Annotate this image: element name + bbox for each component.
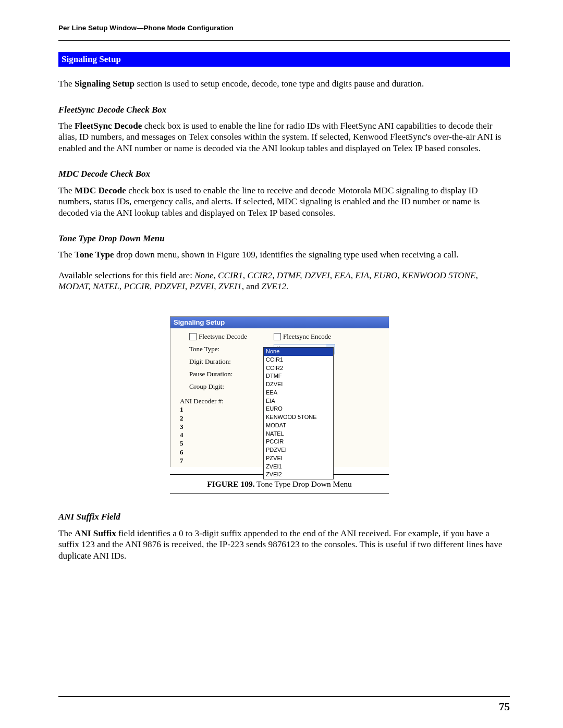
text-italic: ZVE12.: [261, 281, 288, 291]
label: Fleetsync Encode: [283, 332, 331, 341]
text-bold: MDC Decode: [75, 186, 126, 195]
group-digit-label: Group Digit:: [189, 382, 224, 391]
caption-rule-bottom: [170, 493, 389, 493]
tone-type-dropdown-list[interactable]: NoneCCIR1CCIR2DTMFDZVEIEEAEIAEUROKENWOOD…: [263, 347, 334, 479]
dropdown-option[interactable]: None: [264, 348, 333, 356]
ani-row-number: 7: [180, 456, 263, 465]
subhead-fleetsync-decode: FleetSync Decode Check Box: [58, 104, 510, 115]
text-bold: FleetSync Decode: [75, 121, 142, 131]
text-bold: Tone Type: [75, 250, 114, 260]
figure-109: Signaling Setup Fleetsync Decode Tone Ty…: [170, 316, 389, 493]
dropdown-option[interactable]: DTMF: [264, 372, 333, 380]
ani-decoder-header: ANI Decoder #:: [180, 397, 263, 405]
digit-duration-label: Digit Duration:: [189, 357, 231, 366]
signaling-setup-panel: Signaling Setup Fleetsync Decode Tone Ty…: [170, 316, 389, 467]
text: section is used to setup encode, decode,…: [134, 79, 424, 89]
ani-row-number: 2: [180, 414, 263, 423]
text: The: [58, 79, 75, 89]
text: The: [58, 250, 75, 260]
header-rule: [58, 40, 510, 41]
subhead-mdc-decode: MDC Decode Check Box: [58, 168, 510, 179]
subhead-tone-type: Tone Type Drop Down Menu: [58, 233, 510, 244]
figure-number: FIGURE 109.: [207, 479, 254, 488]
ani-row-number: 5: [180, 439, 263, 448]
dropdown-option[interactable]: PZVEI: [264, 454, 333, 463]
text: Available selections for this field are:: [58, 270, 194, 280]
ani-row-number: 4: [180, 431, 263, 439]
text: The: [58, 121, 75, 131]
fleetsync-decode-paragraph: The FleetSync Decode check box is used t…: [58, 120, 510, 154]
text: field identifies a 0 to 3-digit suffix a…: [58, 528, 503, 561]
dropdown-option[interactable]: PDZVEI: [264, 446, 333, 454]
dropdown-option[interactable]: MODAT: [264, 422, 333, 430]
checkbox-icon: [189, 333, 197, 340]
tone-type-paragraph-2: Available selections for this field are:…: [58, 270, 510, 292]
dropdown-option[interactable]: ZVEI2: [264, 471, 333, 479]
dropdown-option[interactable]: PCCIR: [264, 438, 333, 446]
ani-row-number: 1: [180, 405, 263, 414]
dropdown-option[interactable]: EURO: [264, 405, 333, 413]
subhead-ani-suffix: ANI Suffix Field: [58, 511, 510, 522]
dropdown-option[interactable]: CCIR1: [264, 356, 333, 364]
ani-row-number: 6: [180, 448, 263, 456]
intro-paragraph: The Signaling Setup section is used to s…: [58, 78, 510, 90]
label: Fleetsync Decode: [199, 332, 247, 341]
dropdown-option[interactable]: EIA: [264, 397, 333, 405]
figure-caption-text: Tone Type Drop Down Menu: [255, 479, 352, 488]
dropdown-option[interactable]: KENWOOD 5TONE: [264, 413, 333, 422]
ani-suffix-paragraph: The ANI Suffix field identifies a 0 to 3…: [58, 528, 510, 562]
panel-title: Signaling Setup: [170, 317, 389, 328]
fleetsync-decode-checkbox[interactable]: Fleetsync Decode: [189, 331, 262, 342]
text-bold: ANI Suffix: [75, 528, 116, 538]
text: drop down menu, shown in Figure 109, ide…: [114, 250, 459, 260]
ani-row-number: 3: [180, 423, 263, 431]
figure-caption: FIGURE 109. Tone Type Drop Down Menu: [170, 479, 389, 489]
tone-type-label: Tone Type:: [189, 345, 219, 353]
page-footer: 75: [58, 696, 510, 713]
tone-type-paragraph-1: The Tone Type drop down menu, shown in F…: [58, 249, 510, 261]
fleetsync-encode-checkbox[interactable]: Fleetsync Encode: [274, 331, 385, 342]
checkbox-icon: [274, 333, 281, 340]
text: and: [244, 281, 261, 291]
mdc-decode-paragraph: The MDC Decode check box is used to enab…: [58, 185, 510, 219]
running-header: Per Line Setup Window—Phone Mode Configu…: [58, 24, 510, 33]
dropdown-option[interactable]: ZVEI1: [264, 463, 333, 471]
pause-duration-label: Pause Duration:: [189, 370, 232, 378]
dropdown-option[interactable]: CCIR2: [264, 364, 333, 373]
dropdown-option[interactable]: NATEL: [264, 430, 333, 438]
dropdown-option[interactable]: EEA: [264, 389, 333, 397]
text-bold: Signaling Setup: [75, 79, 134, 89]
section-bar-signaling-setup: Signaling Setup: [58, 52, 510, 67]
page-number: 75: [58, 700, 510, 713]
text: The: [58, 528, 75, 538]
footer-rule: [58, 696, 510, 697]
text: The: [58, 186, 75, 195]
dropdown-option[interactable]: DZVEI: [264, 380, 333, 389]
